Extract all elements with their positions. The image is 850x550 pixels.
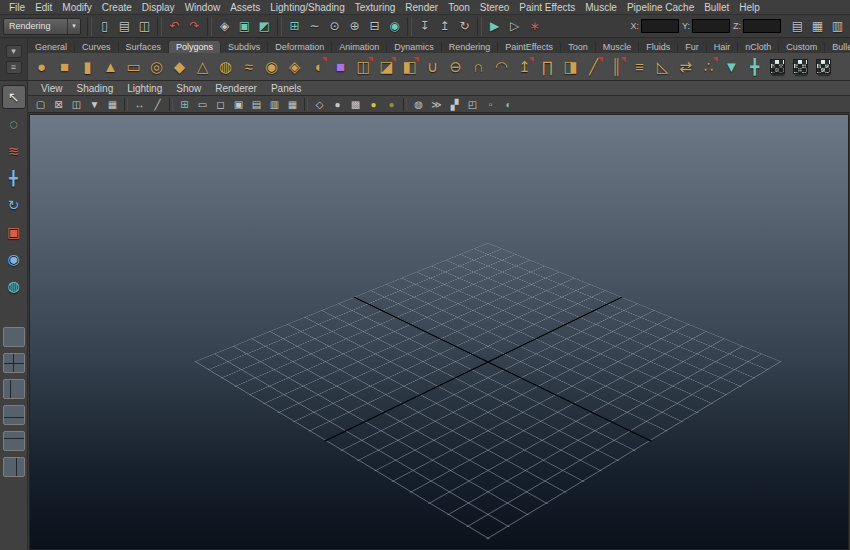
extract-icon[interactable]: ◧ bbox=[398, 55, 421, 79]
select-tool-icon[interactable]: ↖ bbox=[2, 85, 26, 109]
bookmarks-icon[interactable]: ▼ bbox=[86, 97, 103, 112]
menubar-item[interactable]: Muscle bbox=[580, 0, 622, 15]
y-coordinate-input[interactable] bbox=[692, 19, 730, 33]
safe-action-icon[interactable]: ▥ bbox=[266, 97, 283, 112]
poly-sphere-icon[interactable]: ● bbox=[30, 55, 53, 79]
poly-torus-icon[interactable]: ◎ bbox=[145, 55, 168, 79]
perspective-viewport[interactable] bbox=[29, 114, 849, 550]
boolean-intersection-icon[interactable]: ∩ bbox=[467, 55, 490, 79]
layout-persp-outliner[interactable] bbox=[3, 379, 25, 399]
shelf-tab[interactable]: Muscle bbox=[596, 41, 640, 53]
shelf-tab[interactable]: Toon bbox=[561, 41, 596, 53]
shelf-tab[interactable]: Curves bbox=[75, 41, 119, 53]
layout-four-pane[interactable] bbox=[3, 353, 25, 373]
isolate-select-icon[interactable]: ◰ bbox=[464, 97, 481, 112]
render-settings-icon[interactable]: ∗ bbox=[525, 17, 544, 36]
menubar-item[interactable]: Assets bbox=[225, 0, 265, 15]
separate-icon[interactable]: ◪ bbox=[375, 55, 398, 79]
safe-title-icon[interactable]: ▦ bbox=[284, 97, 301, 112]
poly-platonic-solid-icon[interactable]: ◈ bbox=[283, 55, 306, 79]
smooth-icon[interactable]: ◠ bbox=[490, 55, 513, 79]
boolean-union-icon[interactable]: ∪ bbox=[421, 55, 444, 79]
layout-persp-graph[interactable] bbox=[3, 405, 25, 425]
shelf-tab[interactable]: Fur bbox=[678, 41, 707, 53]
menubar-item[interactable]: Lighting/Shading bbox=[265, 0, 350, 15]
poly-plane-icon[interactable]: ▭ bbox=[122, 55, 145, 79]
shelf-tab[interactable]: nCloth bbox=[738, 41, 779, 53]
z-coordinate-input[interactable] bbox=[743, 19, 781, 33]
shadows-icon[interactable]: ● bbox=[383, 97, 400, 112]
bridge-icon[interactable]: ∏ bbox=[536, 55, 559, 79]
shelf-editor-icon[interactable]: ≡ bbox=[6, 61, 22, 74]
sculpt-geometry-icon[interactable]: ◖ bbox=[306, 55, 329, 79]
motion-blur-icon[interactable]: ≫ bbox=[428, 97, 445, 112]
insert-edge-loop-icon[interactable]: ║ bbox=[605, 55, 628, 79]
undo-icon[interactable]: ↶ bbox=[165, 17, 184, 36]
snap-to-grid-icon[interactable]: ⊞ bbox=[285, 17, 304, 36]
poly-pyramid-icon[interactable]: △ bbox=[191, 55, 214, 79]
panel-menu-item[interactable]: Renderer bbox=[208, 83, 264, 94]
select-component-icon[interactable]: ◩ bbox=[255, 17, 274, 36]
layout-single-pane[interactable] bbox=[3, 327, 25, 347]
wireframe-icon[interactable]: ◇ bbox=[311, 97, 328, 112]
field-chart-icon[interactable]: ▤ bbox=[248, 97, 265, 112]
gate-mask-icon[interactable]: ▣ bbox=[230, 97, 247, 112]
uv-texture-editor-icon[interactable]: ▦ bbox=[789, 55, 812, 79]
grid-toggle-icon[interactable]: ⊞ bbox=[176, 97, 193, 112]
paint-3d-tool-icon[interactable]: ╋ bbox=[743, 55, 766, 79]
bevel-icon[interactable]: ◺ bbox=[651, 55, 674, 79]
poly-pipe-icon[interactable]: ◍ bbox=[214, 55, 237, 79]
menubar-item[interactable]: Toon bbox=[443, 0, 475, 15]
mirror-geometry-icon[interactable]: ⇄ bbox=[674, 55, 697, 79]
snap-to-view-planes-icon[interactable]: ⊟ bbox=[365, 17, 384, 36]
camera-attributes-icon[interactable]: ◫ bbox=[68, 97, 85, 112]
uv-checker-map-icon[interactable]: ▩ bbox=[766, 55, 789, 79]
shelf-tab[interactable]: Subdivs bbox=[221, 41, 268, 53]
poly-soccer-ball-icon[interactable]: ◉ bbox=[260, 55, 283, 79]
panel-menu-item[interactable]: Shading bbox=[70, 83, 121, 94]
tool-settings-toggle-icon[interactable]: ▦ bbox=[808, 17, 827, 36]
shelf-tab[interactable]: Bullet bbox=[825, 41, 850, 53]
universal-manipulator-icon[interactable]: ◉ bbox=[2, 247, 26, 271]
pan-zoom-2d-icon[interactable]: ↔ bbox=[131, 97, 148, 112]
xray-icon[interactable]: ▫ bbox=[482, 97, 499, 112]
make-live-icon[interactable]: ◉ bbox=[385, 17, 404, 36]
shelf-tab[interactable]: Hair bbox=[707, 41, 739, 53]
snap-to-points-icon[interactable]: ⊙ bbox=[325, 17, 344, 36]
shelf-tab[interactable]: Deformation bbox=[268, 41, 332, 53]
extrude-icon[interactable]: ↥ bbox=[513, 55, 536, 79]
boolean-difference-icon[interactable]: ⊖ bbox=[444, 55, 467, 79]
resolution-gate-icon[interactable]: ◻ bbox=[212, 97, 229, 112]
screen-ao-icon[interactable]: ◍ bbox=[410, 97, 427, 112]
channel-box-toggle-icon[interactable]: ▥ bbox=[828, 17, 847, 36]
menubar-item[interactable]: Stereo bbox=[475, 0, 514, 15]
sculpt-tool-icon[interactable]: ▼ bbox=[720, 55, 743, 79]
menubar-item[interactable]: Help bbox=[734, 0, 765, 15]
lasso-tool-icon[interactable]: ◌ bbox=[2, 112, 26, 136]
exposure-icon[interactable]: ◐ bbox=[500, 97, 517, 112]
combine-icon[interactable]: ◫ bbox=[352, 55, 375, 79]
x-coordinate-input[interactable] bbox=[641, 19, 679, 33]
menubar-item[interactable]: Texturing bbox=[350, 0, 401, 15]
shelf-tab-menu-icon[interactable]: ▾ bbox=[6, 45, 22, 58]
construction-history-icon[interactable]: ↻ bbox=[455, 17, 474, 36]
panel-menu-item[interactable]: View bbox=[34, 83, 70, 94]
offset-edge-loop-icon[interactable]: ≡ bbox=[628, 55, 651, 79]
lock-camera-icon[interactable]: ⊠ bbox=[50, 97, 67, 112]
poly-cone-icon[interactable]: ▲ bbox=[99, 55, 122, 79]
inputs-to-selected-icon[interactable]: ↧ bbox=[415, 17, 434, 36]
snap-to-projected-center-icon[interactable]: ⊕ bbox=[345, 17, 364, 36]
menu-set-dropdown[interactable]: Rendering ▾ bbox=[3, 18, 81, 35]
shelf-tab[interactable]: Custom bbox=[779, 41, 825, 53]
menubar-item[interactable]: Edit bbox=[30, 0, 57, 15]
textured-icon[interactable]: ▩ bbox=[347, 97, 364, 112]
shelf-tab[interactable]: Polygons bbox=[169, 41, 221, 53]
film-gate-icon[interactable]: ▭ bbox=[194, 97, 211, 112]
shelf-tab[interactable]: Animation bbox=[332, 41, 387, 53]
shelf-tab[interactable]: Rendering bbox=[442, 41, 499, 53]
open-scene-icon[interactable]: ▤ bbox=[115, 17, 134, 36]
move-tool-icon[interactable]: ╋ bbox=[2, 166, 26, 190]
append-to-polygon-icon[interactable]: ◨ bbox=[559, 55, 582, 79]
paint-selection-tool-icon[interactable]: ≋ bbox=[2, 139, 26, 163]
shelf-tab[interactable]: Fluids bbox=[639, 41, 678, 53]
